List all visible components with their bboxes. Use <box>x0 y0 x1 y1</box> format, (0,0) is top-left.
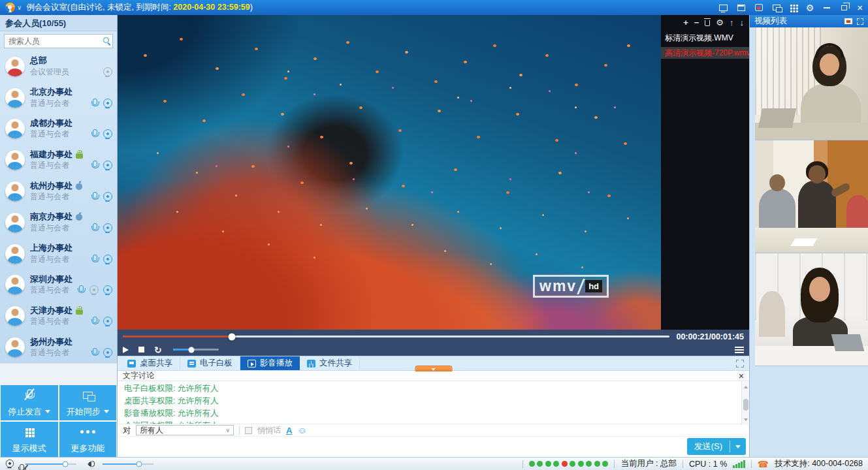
settings-gear-icon[interactable]: ⚙ <box>806 0 814 15</box>
mic-icon[interactable] <box>91 348 98 358</box>
minimize-button[interactable] <box>824 0 830 15</box>
speaker-icon[interactable] <box>84 461 95 467</box>
recipient-select[interactable]: 所有人 ∨ <box>136 425 234 435</box>
mic-icon[interactable] <box>91 99 98 108</box>
playlist-move-up-icon[interactable]: ↑ <box>730 18 734 27</box>
mic-icon[interactable] <box>91 192 98 202</box>
scroll-down-icon[interactable] <box>744 418 748 423</box>
close-button[interactable]: × <box>857 0 863 15</box>
whisper-checkbox[interactable] <box>245 427 252 434</box>
display-mode-button[interactable]: 显示模式 <box>1 422 58 457</box>
playlist-remove-icon[interactable]: − <box>694 18 699 27</box>
window-mode-icon[interactable] <box>737 0 745 15</box>
scroll-up-icon[interactable] <box>744 384 748 388</box>
participant-row[interactable]: 扬州办事处 普通与会者 <box>0 332 117 363</box>
camera-icon[interactable] <box>103 255 112 264</box>
volume-handle[interactable] <box>188 347 194 352</box>
playlist-settings-icon[interactable]: ⚙ <box>716 18 724 27</box>
video-frame: wmvHD <box>118 15 661 330</box>
mic-icon[interactable] <box>91 161 98 170</box>
speaker-volume-slider[interactable] <box>103 463 153 465</box>
emoji-button[interactable]: ☺ <box>297 426 306 435</box>
stop-speaking-button[interactable]: 停止发言 <box>1 385 58 420</box>
send-options-caret[interactable] <box>730 443 746 451</box>
media-playback-area[interactable]: wmvHD + − ⚙ ↑ ↓ 标清演示视频.WMV 高清演示视频-720P.w… <box>118 15 749 330</box>
participant-name: 扬州办事处 <box>30 336 72 348</box>
seek-handle[interactable] <box>229 333 236 340</box>
app-logo-icon[interactable] <box>5 3 15 12</box>
tab-desktop-share[interactable]: 桌面共享 <box>120 356 180 370</box>
camera-icon[interactable] <box>103 317 112 326</box>
participant-role: 普通与会者 <box>30 285 69 296</box>
search-input[interactable] <box>4 34 113 48</box>
mic-icon[interactable] <box>91 129 98 139</box>
participant-row[interactable]: 北京办事处 普通与会者 <box>0 82 117 114</box>
stop-button[interactable] <box>138 347 144 352</box>
participant-row[interactable]: 天津办事处 普通与会者 <box>0 300 117 332</box>
mic-icon[interactable] <box>91 223 98 233</box>
participant-row[interactable]: 总部 会议管理员 <box>0 51 117 82</box>
replay-button[interactable]: ↻ <box>154 345 162 354</box>
camera-icon[interactable] <box>103 129 112 139</box>
remote-video-3[interactable] <box>755 253 868 366</box>
start-sync-button[interactable]: 开始同步 <box>59 385 117 420</box>
desktop-share-icon <box>127 360 136 368</box>
participant-row[interactable]: 南京办事处 普通与会者 <box>0 207 117 238</box>
chat-close-icon[interactable]: × <box>739 372 744 380</box>
camera-off-icon[interactable] <box>89 285 98 295</box>
apps-grid-icon[interactable] <box>790 0 796 15</box>
participant-row[interactable]: 上海办事处 普通与会者 <box>0 238 117 270</box>
participant-row[interactable]: 福建办事处 普通与会者 <box>0 144 117 176</box>
more-dots-icon <box>80 425 95 439</box>
participant-row[interactable]: 杭州办事处 普通与会者 <box>0 176 117 207</box>
playlist-toggle-icon[interactable] <box>735 347 744 348</box>
chat-scrollbar[interactable] <box>741 382 749 425</box>
remote-video-2[interactable] <box>755 140 868 253</box>
maximize-button[interactable] <box>840 0 847 15</box>
sync-screens-icon <box>83 388 93 403</box>
tab-media-playback[interactable]: 影音播放 <box>240 356 300 370</box>
monitor-icon[interactable] <box>844 18 852 24</box>
webcam-status-icon[interactable] <box>6 460 14 469</box>
mic-icon[interactable] <box>91 255 98 264</box>
volume-slider[interactable] <box>173 349 219 351</box>
camera-icon[interactable] <box>103 285 112 295</box>
camera-icon[interactable] <box>103 161 112 170</box>
mic-icon[interactable] <box>77 285 84 295</box>
playlist-add-icon[interactable]: + <box>683 18 688 27</box>
search-icon[interactable] <box>103 37 109 43</box>
send-button[interactable]: 发送(S) <box>687 438 746 455</box>
collapse-handle[interactable] <box>415 366 452 371</box>
title-bar: ∨ 例会会议室(自由讨论, 未锁定, 到期时间: 2020-04-30 23:5… <box>0 0 868 15</box>
camera-icon[interactable] <box>103 67 112 77</box>
menu-chevron-icon[interactable]: ∨ <box>17 4 22 11</box>
playlist-item-selected[interactable]: 高清演示视频-720P.wmv 删除 <box>661 47 749 59</box>
seek-bar[interactable] <box>123 336 669 337</box>
tab-file-share[interactable]: 文件共享 <box>300 356 360 370</box>
camera-icon[interactable] <box>103 99 112 108</box>
tab-whiteboard[interactable]: 电子白板 <box>180 356 240 370</box>
participant-role: 普通与会者 <box>30 223 69 234</box>
camera-icon[interactable] <box>103 348 112 358</box>
participant-row[interactable]: 成都办事处 普通与会者 <box>0 114 117 145</box>
camera-icon[interactable] <box>103 192 112 202</box>
fullscreen-expand-icon[interactable] <box>736 360 744 368</box>
font-button[interactable]: A <box>286 426 292 435</box>
mic-volume-slider[interactable] <box>25 463 76 465</box>
participant-row[interactable]: 深圳办事处 普通与会者 <box>0 270 117 301</box>
camera-icon[interactable] <box>103 223 112 233</box>
play-button[interactable] <box>123 347 129 353</box>
sync-icon[interactable] <box>773 0 780 15</box>
avatar <box>5 337 25 357</box>
message-input[interactable]: 发送(S) <box>118 436 749 457</box>
record-icon[interactable] <box>755 0 763 15</box>
screen-share-icon[interactable] <box>719 0 728 15</box>
playlist-item[interactable]: 标清演示视频.WMV <box>661 32 749 44</box>
playlist-move-down-icon[interactable]: ↓ <box>740 18 745 27</box>
scroll-thumb[interactable] <box>743 399 748 411</box>
mic-icon[interactable] <box>91 317 98 326</box>
remote-video-1[interactable] <box>755 27 868 140</box>
expand-icon[interactable] <box>857 18 863 25</box>
playlist-trash-icon[interactable] <box>705 20 710 26</box>
more-functions-button[interactable]: 更多功能 <box>59 422 117 457</box>
